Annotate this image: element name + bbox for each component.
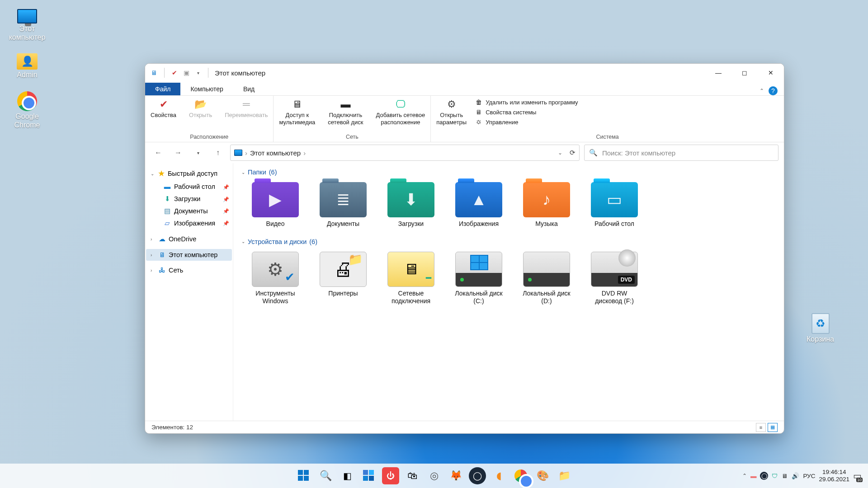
nav-back-button[interactable]: ← [151, 145, 166, 160]
tray-display-icon[interactable]: 🖥 [782, 473, 788, 479]
tray-steam-icon[interactable]: ◯ [760, 472, 768, 480]
recycle-bin-icon: ♻ [811, 313, 830, 334]
quick-access-dropdown-icon[interactable]: ▾ [193, 69, 203, 77]
taskbar-search-icon[interactable]: 🔍 [317, 467, 334, 484]
taskbar-app-icon[interactable]: 🎨 [534, 467, 551, 484]
add-network-location-button[interactable]: 🖵 Добавить сетевое расположение [376, 98, 425, 127]
close-button[interactable]: ✕ [758, 64, 784, 82]
taskbar-app-icon[interactable]: ◎ [425, 467, 443, 484]
svg-rect-4 [363, 470, 368, 475]
ribbon-group-caption: Система [436, 133, 778, 141]
tree-downloads[interactable]: ⬇Загрузки📌 [146, 193, 232, 205]
device-printers[interactable]: 🖨📁Принтеры [317, 252, 369, 305]
tray-language[interactable]: РУС [803, 473, 815, 479]
window-title: Этот компьютер [215, 69, 265, 77]
tree-documents[interactable]: ▤Документы📌 [146, 205, 232, 217]
monitor-icon [17, 9, 37, 23]
tray-volume-icon[interactable]: 🔊 [792, 472, 799, 479]
taskbar-chrome-icon[interactable] [512, 467, 529, 484]
tree-this-pc[interactable]: ›🖥Этот компьютер [146, 249, 232, 261]
taskbar-explorer-icon[interactable]: 📁 [556, 467, 573, 484]
map-drive-button[interactable]: ▬ Подключить сетевой диск [328, 98, 363, 127]
taskbar-app-icon[interactable]: ◖ [491, 467, 508, 484]
explorer-window: 🖥 ✔ ▣ ▾ Этот компьютер — ◻ ✕ Файл Компью… [145, 63, 784, 434]
gear-icon: ⚙ [444, 98, 459, 111]
titlebar[interactable]: 🖥 ✔ ▣ ▾ Этот компьютер — ◻ ✕ [145, 64, 784, 82]
ribbon-tab-computer[interactable]: Компьютер [180, 83, 233, 95]
search-input[interactable]: 🔍 Поиск: Этот компьютер [584, 145, 778, 161]
tree-pictures[interactable]: ▱Изображения📌 [146, 217, 232, 230]
address-bar[interactable]: › Этот компьютер › ⌄ ⟳ [230, 145, 580, 161]
tray-icon[interactable]: ▬ [750, 473, 757, 479]
tree-network[interactable]: ›🖧Сеть [146, 264, 232, 277]
documents-icon: ≣ [320, 182, 367, 217]
desktop-icon-admin[interactable]: 👤 Admin [7, 53, 47, 79]
uninstall-programs-button[interactable]: 🗑Удалить или изменить программу [473, 98, 580, 106]
manage-button[interactable]: ⛭Управление [473, 118, 580, 126]
system-properties-button[interactable]: 🖥Свойства системы [473, 108, 580, 116]
address-dropdown-icon[interactable]: ⌄ [558, 150, 562, 156]
taskbar-widgets-icon[interactable] [360, 467, 377, 484]
tray-clock[interactable]: 19:46:14 29.06.2021 [819, 469, 849, 483]
nav-history-dropdown[interactable]: ▾ [190, 145, 206, 160]
view-tiles-button[interactable]: ▦ [768, 423, 778, 432]
search-icon: 🔍 [589, 149, 598, 157]
chrome-icon [17, 91, 37, 111]
view-details-button[interactable]: ≡ [756, 423, 766, 432]
nav-forward-button[interactable]: → [170, 145, 186, 160]
quick-access-properties-icon[interactable]: ✔ [170, 69, 179, 77]
tree-quick-access[interactable]: ⌄★Быстрый доступ [146, 167, 232, 181]
taskbar-store-icon[interactable]: 🛍 [404, 467, 421, 484]
quick-access-folder-icon[interactable]: ▣ [182, 69, 191, 77]
taskbar-steam-icon[interactable]: ◯ [469, 467, 486, 484]
taskbar-app-icon[interactable]: ⏻ [382, 467, 399, 484]
desktop-icon-this-pc[interactable]: Этот компьютер [7, 9, 47, 42]
tray-notifications[interactable]: ▭10 [853, 470, 862, 481]
folder-desktop[interactable]: ▭Рабочий стол [589, 182, 640, 228]
rename-icon: ═ [239, 98, 254, 111]
taskbar-firefox-icon[interactable]: 🦊 [447, 467, 464, 484]
pin-icon: 📌 [223, 220, 229, 226]
desktop-icon-label: Корзина [807, 335, 834, 343]
open-settings-button[interactable]: ⚙ Открыть параметры [436, 98, 467, 127]
ribbon-tab-view[interactable]: Вид [233, 83, 264, 95]
properties-button[interactable]: ✔ Свойства [151, 98, 176, 119]
manage-icon: ⛭ [475, 118, 483, 126]
maximize-button[interactable]: ◻ [731, 64, 758, 82]
section-devices[interactable]: ⌄Устройства и диски (6) [241, 236, 776, 247]
minimize-button[interactable]: — [705, 64, 731, 82]
pin-icon: 📌 [223, 184, 229, 190]
media-access-button[interactable]: 🖥 Доступ к мультимедиа [279, 98, 315, 127]
quick-access-pc-icon[interactable]: 🖥 [150, 69, 159, 77]
tree-onedrive[interactable]: ›☁OneDrive [146, 233, 232, 245]
onedrive-icon: ☁ [158, 235, 166, 243]
device-dvd-drive[interactable]: DVDDVD RW дисковод (F:) [589, 252, 640, 305]
ribbon-collapse-icon[interactable]: ⌃ [760, 88, 764, 94]
nav-up-button[interactable]: ↑ [210, 145, 226, 160]
taskbar-taskview-icon[interactable]: ◧ [339, 467, 356, 484]
drive-icon: ▬ [338, 98, 353, 111]
uninstall-icon: 🗑 [475, 99, 483, 106]
device-windows-tools[interactable]: ⚙✔Инструменты Windows [250, 252, 301, 305]
desktop-icon: ▭ [591, 182, 638, 217]
device-network-connections[interactable]: 🖥━Сетевые подключения [385, 252, 437, 305]
desktop-icon-chrome[interactable]: Google Chrome [7, 91, 47, 129]
folder-music[interactable]: ♪Музыка [521, 182, 572, 228]
tray-defender-icon[interactable]: 🛡 [772, 473, 778, 479]
help-icon[interactable]: ? [769, 86, 778, 95]
folder-pictures[interactable]: ▲Изображения [453, 182, 505, 228]
folder-documents[interactable]: ≣Документы [317, 182, 369, 228]
device-local-disk-c[interactable]: Локальный диск (C:) [453, 252, 505, 305]
refresh-icon[interactable]: ⟳ [570, 149, 576, 157]
desktop-icon-recycle-bin[interactable]: ♻ Корзина [807, 313, 834, 343]
tree-desktop[interactable]: ▬Рабочий стол📌 [146, 181, 232, 193]
device-local-disk-d[interactable]: Локальный диск (D:) [521, 252, 572, 305]
section-folders[interactable]: ⌄Папки (6) [241, 167, 776, 178]
tray-chevron-icon[interactable]: ⌃ [742, 473, 747, 479]
status-items: Элементов: 12 [151, 424, 193, 431]
folder-downloads[interactable]: ⬇Загрузки [385, 182, 437, 228]
start-button[interactable] [295, 467, 312, 484]
open-button: 📂 Открыть [189, 98, 212, 119]
ribbon-tab-file[interactable]: Файл [145, 83, 180, 95]
folder-video[interactable]: ▶Видео [250, 182, 301, 228]
